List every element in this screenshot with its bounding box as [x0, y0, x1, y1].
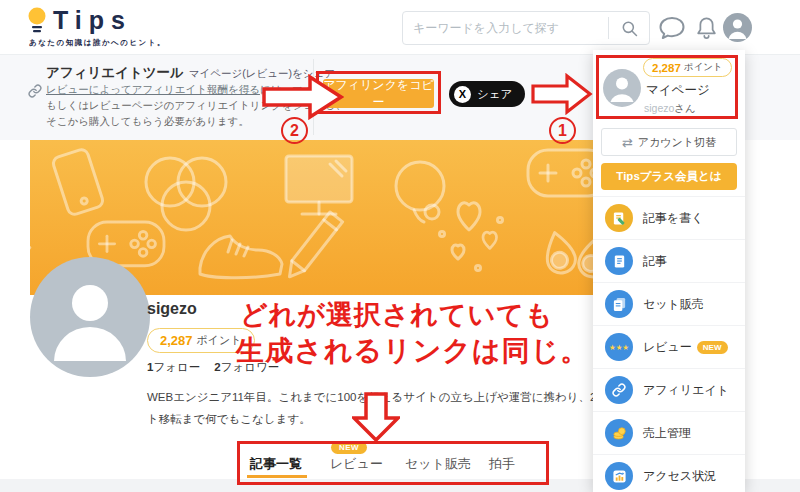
tab-review-new-badge: NEW	[331, 441, 367, 454]
menu-label: セット販売	[643, 296, 704, 313]
menu-label: レビュー	[643, 339, 692, 356]
username-text: sigezo	[644, 102, 674, 114]
tips-page: Tips あなたの知識は誰かへのヒント。	[0, 0, 800, 492]
x-logo-icon: X	[454, 86, 471, 103]
search-input[interactable]	[403, 21, 608, 35]
account-switch-button[interactable]: ⇄ アカウント切替	[601, 128, 737, 156]
annotation-arrow-right-2	[262, 74, 344, 120]
follow-label: フォロー	[153, 361, 200, 373]
sidebar-points-value: 2,287	[652, 62, 681, 74]
messages-button[interactable]	[658, 15, 686, 41]
menu-label: アクセス状況	[643, 468, 716, 485]
chat-bubble-icon	[659, 16, 685, 40]
menu-label: 記事を書く	[643, 210, 704, 227]
menu-item-reviews[interactable]: ★★★ レビュー NEW	[593, 325, 745, 368]
profile-name: sigezo	[147, 300, 197, 318]
search-bar	[402, 11, 650, 45]
tab-articles[interactable]: 記事一覧	[250, 455, 302, 473]
lightbulb-logo-icon	[27, 7, 47, 34]
menu-item-articles[interactable]: 記事	[593, 239, 745, 282]
username-suffix: さん	[674, 102, 696, 114]
menu-item-sales-management[interactable]: 売上管理	[593, 411, 745, 454]
sidebar-avatar-icon	[603, 69, 641, 107]
menu-label: 売上管理	[643, 425, 691, 442]
sidebar-username: sigezoさん	[644, 102, 696, 116]
affiliate-title-text: アフィリエイトツール	[46, 65, 184, 80]
menu-label: アフィリエイト	[643, 382, 729, 399]
profile-avatar	[30, 257, 150, 377]
sidebar-avatar	[603, 69, 641, 107]
annotation-step-1: 1	[549, 117, 576, 144]
tab-claps[interactable]: 拍手	[489, 455, 515, 473]
reviews-stars-icon: ★★★	[605, 333, 633, 361]
search-button[interactable]	[609, 12, 649, 44]
annotation-arrow-down	[352, 392, 400, 442]
sidebar-points-badge: 2,287 ポイント	[643, 58, 732, 77]
menu-item-set-sales[interactable]: セット販売	[593, 282, 745, 325]
notifications-button[interactable]	[694, 15, 718, 41]
logo-text: Tips	[53, 7, 132, 35]
points-unit: ポイント	[197, 333, 242, 348]
sales-coins-icon	[605, 419, 633, 447]
tab-set-sales[interactable]: セット販売	[405, 455, 471, 473]
annotation-arrow-right-1	[531, 73, 593, 115]
menu-item-access-stats[interactable]: アクセス状況	[593, 454, 745, 492]
articles-icon	[605, 247, 633, 275]
menu-label: 記事	[643, 253, 667, 270]
share-label: シェア	[477, 87, 512, 102]
logo-tagline: あなたの知識は誰かへのヒント。	[29, 38, 166, 48]
menu-new-badge: NEW	[697, 341, 728, 354]
write-article-icon	[605, 204, 633, 232]
link-chain-icon	[28, 84, 42, 102]
annotation-step-2: 2	[281, 117, 308, 144]
sidebar-menu: 記事を書く 記事 セット販売 ★★★ レビュー NEW	[593, 196, 745, 492]
user-avatar-icon	[723, 13, 752, 42]
bell-icon	[696, 16, 717, 40]
profile-avatar-icon	[30, 257, 150, 377]
affiliate-link-icon	[605, 376, 633, 404]
header-avatar-button[interactable]	[723, 13, 752, 42]
search-icon	[621, 20, 638, 37]
account-switch-label: アカウント切替	[638, 135, 716, 150]
annotation-note-line1: どれが選択されていても	[240, 297, 554, 333]
account-dropdown-menu: 2,287 ポイント マイページ sigezoさん ⇄ アカウント切替 Tips…	[593, 50, 745, 492]
affiliate-bar-line3: そこから購入してもらう必要があります。	[46, 115, 249, 129]
tab-reviews[interactable]: レビュー	[330, 455, 383, 473]
menu-item-write-article[interactable]: 記事を書く	[593, 196, 745, 239]
access-chart-icon	[605, 462, 633, 490]
menu-item-affiliate[interactable]: アフィリエイト	[593, 368, 745, 411]
account-switch-icon: ⇄	[622, 135, 633, 150]
tips-logo[interactable]: Tips あなたの知識は誰かへのヒント。	[27, 7, 166, 48]
x-share-button[interactable]: X シェア	[449, 81, 525, 107]
active-tab-underline	[247, 475, 307, 478]
sidebar-mypage-link[interactable]: マイページ	[646, 82, 710, 99]
set-sales-icon	[605, 290, 633, 318]
app-header: Tips あなたの知識は誰かへのヒント。	[0, 0, 800, 55]
annotation-note-line2: 生成されるリンクは同じ。	[236, 332, 589, 370]
tips-plus-button[interactable]: Tipsプラス会員とは	[601, 163, 737, 190]
sidebar-points-unit: ポイント	[684, 61, 723, 74]
points-value: 2,287	[160, 333, 193, 348]
affiliate-help-link[interactable]: レビューによってアフィリエイト報酬を得る	[46, 83, 260, 95]
